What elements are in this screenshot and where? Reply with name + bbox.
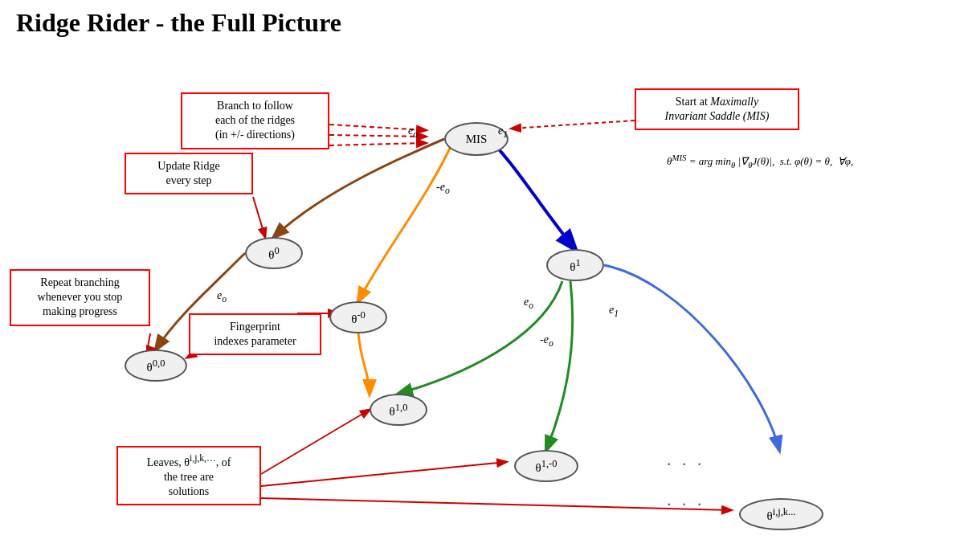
- node-theta1neg0: θ1,-0: [514, 450, 578, 482]
- node-theta10: θ1,0: [370, 394, 427, 426]
- edge-label-eo-1: eo: [408, 125, 418, 140]
- leaves-label-box: Leaves, θi,j,k,…, ofthe tree aresolution…: [116, 446, 261, 505]
- svg-line-8: [261, 462, 506, 486]
- edge-label-e1-1: e1: [498, 125, 508, 140]
- update-label-box: Update Ridgeevery step: [125, 153, 253, 194]
- node-theta1: θ1: [546, 249, 604, 281]
- node-theta0: θ0: [245, 237, 303, 269]
- svg-line-9: [261, 498, 731, 510]
- start-label-box: Start at MaximallyInvariant Saddle (MIS): [635, 88, 799, 130]
- edge-label-neg-eo-2: -eo: [540, 333, 553, 349]
- dots-2: · · ·: [667, 494, 705, 515]
- branch-label-box: Branch to followeach of the ridges(in +/…: [181, 92, 329, 149]
- edge-label-eo-2: eo: [217, 289, 227, 305]
- fingerprint-label-box: Fingerprintindexes parameter: [189, 313, 321, 355]
- dots-1: · · ·: [667, 454, 705, 475]
- svg-line-3: [512, 121, 635, 129]
- svg-line-2: [329, 143, 426, 145]
- formula: θMIS = arg minθ |∇θJ(θ)|, s.t. φ(θ) = θ,…: [667, 153, 853, 170]
- page-title: Ridge Rider - the Full Picture: [16, 8, 341, 38]
- node-thetaijk: θi,j,k...: [739, 498, 823, 530]
- edge-label-neg-eo: -eo: [436, 181, 450, 196]
- node-theta00: θ0,0: [125, 349, 187, 382]
- edge-label-eo-3: eo: [524, 296, 533, 311]
- repeat-label-box: Repeat branchingwhenever you stopmaking …: [10, 269, 150, 326]
- svg-line-4: [253, 197, 265, 237]
- edge-label-e1-2: e1: [609, 304, 619, 319]
- svg-line-7: [261, 410, 370, 474]
- node-theta-neg0: θ-0: [329, 301, 387, 333]
